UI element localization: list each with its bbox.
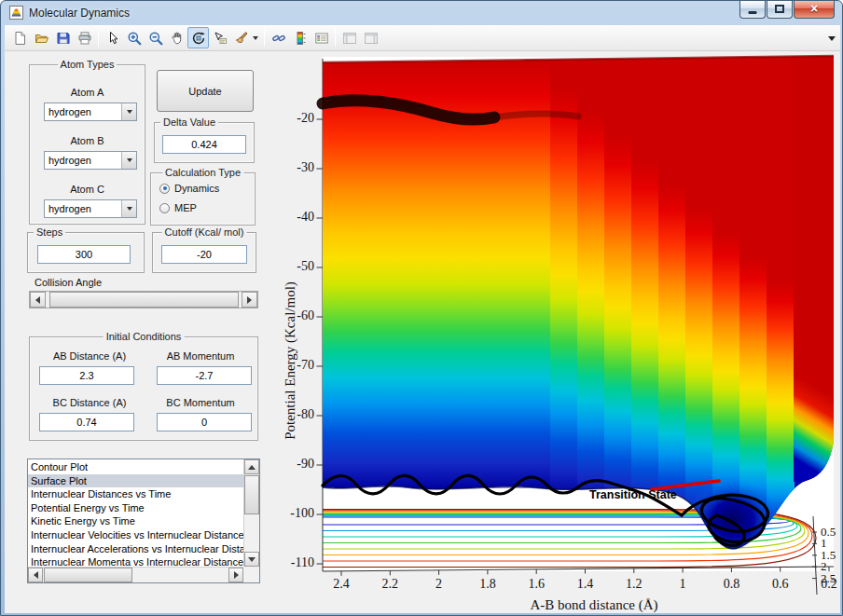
new-figure-button[interactable] (9, 27, 31, 48)
steps-panel: Steps (27, 232, 145, 273)
calculation-type-panel: Calculation Type Dynamics MEP (150, 172, 256, 226)
atom-a-label: Atom A (30, 87, 145, 98)
minimize-icon (749, 11, 757, 14)
rotate-3d-button[interactable] (187, 27, 209, 48)
dropdown-arrow-icon (121, 103, 136, 120)
slider-left-arrow[interactable] (30, 292, 46, 308)
show-plot-tools-icon (364, 31, 379, 46)
open-file-button[interactable] (31, 27, 52, 48)
edit-plot-button[interactable] (102, 27, 123, 48)
rotate-3d-icon (191, 31, 206, 46)
scroll-down-button[interactable] (244, 552, 259, 567)
brush-data-button[interactable] (230, 27, 252, 48)
radio-mep[interactable]: MEP (159, 202, 197, 213)
title-bar[interactable]: Molecular Dynamics × (1, 1, 842, 25)
panel-title: Atom Types (58, 59, 117, 70)
maximize-button[interactable] (767, 1, 793, 19)
atom-b-label: Atom B (30, 135, 145, 146)
update-button[interactable]: Update (157, 70, 254, 112)
collision-angle-slider[interactable] (29, 291, 258, 308)
list-item[interactable]: Kinetic Energy vs Time (28, 514, 243, 528)
zoom-out-button[interactable] (145, 27, 166, 48)
scroll-right-button[interactable] (228, 568, 243, 582)
scroll-left-button[interactable] (28, 568, 43, 582)
close-icon: × (795, 1, 834, 17)
right-arrow-icon (234, 571, 239, 579)
link-plot-button[interactable] (268, 27, 289, 48)
list-item[interactable]: Surface Plot (28, 474, 243, 488)
bc-distance-input[interactable] (39, 413, 134, 431)
app-icon (9, 6, 23, 20)
brush-options-dropdown[interactable] (250, 27, 261, 48)
steps-input[interactable] (37, 245, 131, 264)
close-button[interactable]: × (794, 1, 835, 19)
down-arrow-icon (248, 557, 256, 562)
panel-title: Calculation Type (162, 167, 243, 178)
left-arrow-icon (35, 296, 40, 304)
radio-unselected-icon (159, 203, 170, 213)
toolbar (5, 25, 840, 51)
atom-c-value: hydrogen (48, 203, 91, 214)
list-item[interactable]: Internuclear Accelerations vs Internucle… (28, 542, 243, 556)
atom-b-dropdown[interactable]: hydrogen (44, 151, 137, 170)
print-figure-button[interactable] (74, 27, 95, 48)
list-item[interactable]: Internuclear Velocities vs Internuclear … (28, 528, 243, 542)
atom-a-dropdown[interactable]: hydrogen (44, 103, 137, 121)
data-cursor-button[interactable] (209, 27, 230, 48)
list-item[interactable]: Contour Plot (28, 460, 243, 474)
list-item[interactable]: Internuclear Distances vs Time (28, 487, 243, 501)
new-document-icon (13, 31, 28, 46)
insert-colorbar-button[interactable] (289, 27, 311, 48)
ab-momentum-input[interactable] (157, 366, 252, 385)
ab-distance-input[interactable] (39, 366, 134, 385)
scroll-up-button[interactable] (244, 459, 259, 474)
bc-momentum-input[interactable] (157, 413, 252, 431)
dropdown-arrow-icon (121, 200, 136, 217)
hide-plot-tools-button[interactable] (339, 27, 360, 48)
slider-right-arrow[interactable] (242, 292, 257, 308)
vertical-scroll-thumb[interactable] (244, 475, 259, 514)
brush-icon (234, 31, 249, 46)
atom-c-dropdown[interactable]: hydrogen (44, 199, 137, 218)
colorbar-icon (293, 31, 308, 46)
panel-title: Delta Value (160, 116, 218, 128)
toolbar-separator (335, 29, 336, 47)
zoom-in-button[interactable] (123, 27, 145, 48)
left-arrow-icon (34, 571, 38, 579)
repulsive-wall (794, 56, 834, 482)
atom-c-label: Atom C (30, 184, 145, 195)
minimize-button[interactable] (739, 1, 766, 19)
up-arrow-icon (248, 465, 256, 470)
figure-area: Potential Energy (Kcal/mol) A-B bond dis… (5, 51, 840, 613)
collision-angle-label: Collision Angle (35, 277, 102, 288)
window-content: Potential Energy (Kcal/mol) A-B bond dis… (5, 25, 840, 613)
chevron-down-icon (253, 36, 258, 40)
insert-legend-button[interactable] (311, 27, 332, 48)
horizontal-scroll-thumb[interactable] (44, 568, 132, 582)
vertical-scrollbar[interactable] (243, 459, 259, 567)
list-item[interactable]: Potential Energy vs Time (28, 501, 243, 515)
plot-type-listbox[interactable]: Contour PlotSurface PlotInternuclear Dis… (27, 459, 260, 583)
dropdown-arrow-icon (121, 152, 136, 169)
window: Molecular Dynamics × (0, 0, 843, 616)
zoom-in-icon (127, 31, 142, 46)
cutoff-input[interactable] (161, 245, 247, 264)
save-figure-button[interactable] (52, 27, 74, 48)
radio-dynamics[interactable]: Dynamics (159, 183, 219, 194)
atom-types-panel: Atom Types Atom A hydrogen Atom B hydrog… (29, 64, 145, 225)
horizontal-scrollbar[interactable] (28, 567, 243, 582)
pan-button[interactable] (166, 27, 187, 48)
list-item[interactable]: Internuclear Momenta vs Internuclear Dis… (28, 555, 243, 567)
ab-momentum-label: AB Momentum (149, 350, 252, 362)
slider-thumb[interactable] (49, 292, 239, 308)
show-plot-tools-button[interactable] (360, 27, 381, 48)
bc-momentum-label: BC Momentum (149, 397, 252, 408)
atom-b-value: hydrogen (48, 155, 91, 166)
toolbar-overflow-icon[interactable] (828, 36, 836, 41)
delta-value-input[interactable] (162, 135, 246, 154)
chain-link-icon (271, 31, 286, 46)
atom-a-value: hydrogen (48, 106, 91, 117)
toolbar-separator (98, 29, 99, 47)
floppy-disk-icon (56, 31, 71, 46)
bc-distance-label: BC Distance (A) (37, 397, 142, 408)
